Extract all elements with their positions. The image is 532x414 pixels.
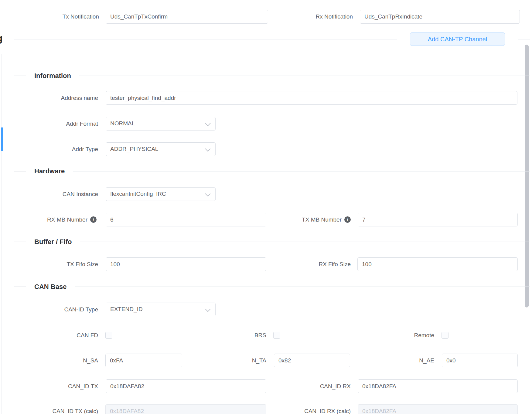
info-icon[interactable]: i <box>90 216 97 223</box>
address-name-input[interactable] <box>106 91 517 105</box>
tx-notification-input[interactable] <box>106 10 268 24</box>
n-ta-input[interactable] <box>274 354 350 367</box>
chevron-down-icon <box>205 120 210 126</box>
can-id-tx-input[interactable] <box>106 379 266 393</box>
can-id-tx-calc-label: CAN_ID TX (calc) <box>30 404 98 414</box>
section-buffer-fifo: Buffer / Fifo <box>14 235 530 249</box>
addr-type-select[interactable]: ADDR_PHYSICAL <box>106 142 216 156</box>
rx-mb-number-label: RX MB Number i <box>18 213 97 226</box>
can-instance-select[interactable]: flexcanInitConfig_IRC <box>106 187 216 201</box>
divider-line <box>75 287 530 287</box>
remote-label: Remote <box>364 328 434 342</box>
tx-fifo-size-label: TX Fifo Size <box>30 257 98 271</box>
chevron-down-icon <box>205 306 210 312</box>
divider-line <box>80 242 530 242</box>
panel-left-border <box>2 54 2 414</box>
divider-segment <box>14 287 26 287</box>
add-cantp-channel-button[interactable]: Add CAN-TP Channel <box>410 32 505 46</box>
addr-type-value: ADDR_PHYSICAL <box>110 143 158 155</box>
clipped-left-text: g <box>0 32 3 44</box>
section-can-base: CAN Base <box>14 280 530 294</box>
divider-segment <box>14 171 26 171</box>
can-id-rx-calc-label: CAN_ID RX (calc) <box>273 404 351 414</box>
can-id-rx-input[interactable] <box>358 379 518 393</box>
n-ae-label: N_AE <box>364 354 434 367</box>
addr-format-select[interactable]: NORMAL <box>106 117 216 131</box>
addr-format-value: NORMAL <box>110 117 135 130</box>
n-sa-label: N_SA <box>30 354 98 367</box>
tx-notification-label: Tx Notification <box>30 10 99 24</box>
section-information: Information <box>14 69 530 83</box>
can-fd-checkbox[interactable] <box>105 332 112 339</box>
can-id-type-select[interactable]: EXTEND_ID <box>106 303 216 316</box>
tx-mb-number-label: TX MB Number i <box>273 213 351 226</box>
section-hardware: Hardware <box>14 164 530 178</box>
rx-fifo-size-label: RX Fifo Size <box>273 257 351 271</box>
tx-mb-number-input[interactable] <box>358 213 518 226</box>
can-id-type-value: EXTEND_ID <box>110 303 143 316</box>
remote-checkbox[interactable] <box>442 332 448 339</box>
can-fd-label: CAN FD <box>30 328 98 342</box>
address-name-label: Address name <box>30 91 98 105</box>
chevron-down-icon <box>205 146 210 151</box>
can-id-rx-label: CAN_ID RX <box>273 379 351 393</box>
chevron-down-icon <box>205 191 210 196</box>
rx-fifo-size-input[interactable] <box>357 257 518 271</box>
rx-mb-number-input[interactable] <box>106 213 266 226</box>
divider-line <box>73 171 530 171</box>
section-title: Hardware <box>26 167 73 175</box>
section-title: CAN Base <box>26 283 75 291</box>
cantp-channel-config-screen: g Tx Notification Rx Notification Add CA… <box>0 0 532 414</box>
divider-line <box>518 39 530 39</box>
can-id-tx-calc-input <box>105 404 266 414</box>
active-tab-indicator <box>1 127 3 151</box>
can-id-type-label: CAN-ID Type <box>30 303 98 316</box>
addr-type-label: Addr Type <box>30 142 98 156</box>
divider-line <box>14 39 397 39</box>
divider-line <box>79 76 530 76</box>
n-sa-input[interactable] <box>105 354 182 367</box>
divider-segment <box>14 242 26 242</box>
section-title: Buffer / Fifo <box>26 238 80 246</box>
n-ta-label: N_TA <box>213 354 266 367</box>
addr-format-label: Addr Format <box>30 117 98 131</box>
rx-notification-label: Rx Notification <box>285 10 353 24</box>
divider-segment <box>14 76 26 76</box>
brs-checkbox[interactable] <box>273 332 280 339</box>
add-channel-divider: Add CAN-TP Channel <box>14 32 530 46</box>
section-title: Information <box>26 72 79 80</box>
can-id-tx-label: CAN_ID TX <box>30 379 98 393</box>
info-icon[interactable]: i <box>344 216 351 223</box>
n-ae-input[interactable] <box>442 354 518 367</box>
can-instance-label: CAN Instance <box>30 187 98 201</box>
tx-fifo-size-input[interactable] <box>106 257 266 271</box>
brs-label: BRS <box>213 328 266 342</box>
can-instance-value: flexcanInitConfig_IRC <box>110 188 166 200</box>
can-id-rx-calc-input <box>358 404 518 414</box>
rx-notification-input[interactable] <box>360 10 520 24</box>
